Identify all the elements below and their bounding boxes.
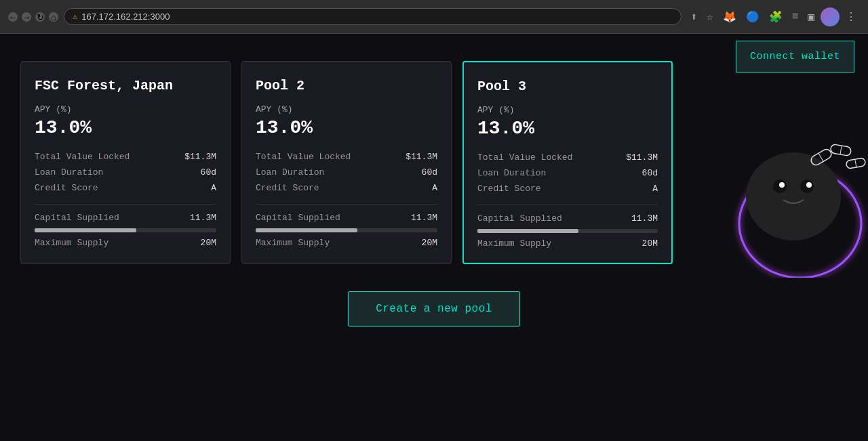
metamask-icon[interactable]: 🦊 — [719, 9, 740, 25]
nav-forward-button[interactable]: → — [22, 12, 31, 22]
puzzle-icon[interactable]: 🧩 — [766, 9, 786, 25]
loan-row-2: Loan Duration 60d — [256, 167, 437, 177]
credit-row-1: Credit Score A — [35, 183, 216, 193]
max-value-1: 20M — [201, 238, 216, 248]
browser-chrome: ← → ↻ ⌂ ⚠ 167.172.162.212:3000 ⬆ ☆ 🦊 🔵 🧩… — [0, 0, 868, 34]
tvl-label-3: Total Value Locked — [477, 152, 572, 163]
max-label-3: Maximum Supply — [477, 238, 551, 249]
menu-icon[interactable]: ≡ — [789, 9, 802, 24]
extension-icon[interactable]: 🔵 — [743, 9, 763, 25]
more-icon[interactable]: ⋮ — [842, 9, 860, 25]
progress-bar-container-2 — [256, 228, 437, 232]
tvl-label-1: Total Value Locked — [35, 152, 130, 162]
credit-label-3: Credit Score — [477, 184, 541, 194]
progress-bar-container-3 — [477, 229, 658, 233]
app-content: Connect wallet — [0, 34, 868, 441]
loan-row-3: Loan Duration 60d — [477, 168, 658, 178]
share-icon[interactable]: ⬆ — [687, 9, 701, 25]
nav-reload-button[interactable]: ↻ — [35, 12, 45, 22]
capital-value-3: 11.3M — [631, 213, 658, 224]
max-supply-row-1: Maximum Supply 20M — [35, 238, 216, 248]
svg-rect-11 — [846, 158, 866, 169]
tvl-row-1: Total Value Locked $11.3M — [35, 152, 216, 162]
pool-title-1: FSC Forest, Japan — [35, 78, 216, 93]
credit-value-2: A — [432, 183, 437, 193]
pool-card-2[interactable]: Pool 2 APY (%) 13.0% Total Value Locked … — [241, 61, 452, 264]
capital-section-2: Capital Supplied 11.3M Maximum Supply 20… — [256, 213, 437, 248]
capital-section-3: Capital Supplied 11.3M Maximum Supply 20… — [477, 213, 658, 249]
credit-label-1: Credit Score — [35, 183, 98, 193]
credit-row-3: Credit Score A — [477, 184, 658, 194]
loan-value-1: 60d — [201, 167, 216, 177]
svg-line-12 — [855, 160, 856, 168]
create-pool-button[interactable]: Create a new pool — [348, 291, 520, 327]
loan-label-1: Loan Duration — [35, 167, 103, 177]
address-bar[interactable]: ⚠ 167.172.162.212:3000 — [64, 8, 682, 25]
sidebar-icon[interactable]: ▣ — [804, 9, 818, 25]
bookmark-icon[interactable]: ☆ — [703, 9, 717, 25]
progress-bar-fill-1 — [35, 228, 136, 232]
card-stats-1: Total Value Locked $11.3M Loan Duration … — [35, 152, 216, 193]
card-stats-3: Total Value Locked $11.3M Loan Duration … — [477, 152, 658, 194]
tvl-value-2: $11.3M — [406, 152, 437, 162]
apy-value-3: 13.0% — [477, 118, 658, 139]
max-supply-row-2: Maximum Supply 20M — [256, 238, 437, 248]
pool-title-2: Pool 2 — [256, 78, 437, 93]
capital-value-1: 11.3M — [190, 213, 216, 223]
nav-home-button[interactable]: ⌂ — [49, 12, 58, 22]
credit-row-2: Credit Score A — [256, 183, 437, 193]
tvl-label-2: Total Value Locked — [256, 152, 351, 162]
pool-title-3: Pool 3 — [477, 79, 658, 94]
credit-value-1: A — [211, 183, 216, 193]
loan-label-3: Loan Duration — [477, 168, 546, 178]
browser-actions: ⬆ ☆ 🦊 🔵 🧩 ≡ ▣ ⋮ — [687, 7, 860, 26]
max-supply-row-3: Maximum Supply 20M — [477, 238, 658, 249]
capital-row-1: Capital Supplied 11.3M — [35, 213, 216, 223]
tvl-row-3: Total Value Locked $11.3M — [477, 152, 658, 163]
apy-value-2: 13.0% — [256, 117, 437, 138]
divider-2 — [256, 204, 437, 205]
url-text: 167.172.162.212:3000 — [81, 12, 170, 22]
apy-label-1: APY (%) — [35, 104, 216, 114]
capital-label-2: Capital Supplied — [256, 213, 340, 223]
connect-wallet-button[interactable]: Connect wallet — [736, 41, 854, 72]
capital-row-3: Capital Supplied 11.3M — [477, 213, 658, 224]
progress-bar-container-1 — [35, 228, 216, 232]
loan-row-1: Loan Duration 60d — [35, 167, 216, 177]
user-avatar[interactable] — [821, 7, 840, 26]
max-value-2: 20M — [422, 238, 437, 248]
progress-bar-fill-2 — [256, 228, 357, 232]
divider-3 — [477, 205, 658, 205]
create-pool-section: Create a new pool — [20, 291, 848, 327]
apy-value-1: 13.0% — [35, 117, 216, 138]
capital-value-2: 11.3M — [411, 213, 437, 223]
apy-label-3: APY (%) — [477, 105, 658, 115]
security-warning-icon: ⚠ — [73, 12, 77, 22]
credit-label-2: Credit Score — [256, 183, 319, 193]
card-stats-2: Total Value Locked $11.3M Loan Duration … — [256, 152, 437, 193]
tvl-row-2: Total Value Locked $11.3M — [256, 152, 437, 162]
tvl-value-3: $11.3M — [626, 152, 658, 163]
max-label-1: Maximum Supply — [35, 238, 108, 248]
capital-row-2: Capital Supplied 11.3M — [256, 213, 437, 223]
capital-section-1: Capital Supplied 11.3M Maximum Supply 20… — [35, 213, 216, 248]
apy-label-2: APY (%) — [256, 104, 437, 114]
max-label-2: Maximum Supply — [256, 238, 330, 248]
loan-value-3: 60d — [642, 168, 658, 178]
pool-card-1[interactable]: FSC Forest, Japan APY (%) 13.0% Total Va… — [20, 61, 231, 264]
max-value-3: 20M — [642, 238, 658, 249]
pool-card-3[interactable]: Pool 3 APY (%) 13.0% Total Value Locked … — [462, 61, 673, 264]
loan-value-2: 60d — [422, 167, 437, 177]
tvl-value-1: $11.3M — [184, 152, 216, 162]
loan-label-2: Loan Duration — [256, 167, 324, 177]
progress-bar-fill-3 — [477, 229, 578, 233]
divider-1 — [35, 204, 216, 205]
cards-container: FSC Forest, Japan APY (%) 13.0% Total Va… — [20, 61, 848, 264]
nav-back-button[interactable]: ← — [8, 12, 18, 22]
capital-label-1: Capital Supplied — [35, 213, 119, 223]
credit-value-3: A — [652, 184, 658, 194]
capital-label-3: Capital Supplied — [477, 213, 562, 224]
nav-icons: ← → ↻ ⌂ — [8, 12, 58, 22]
